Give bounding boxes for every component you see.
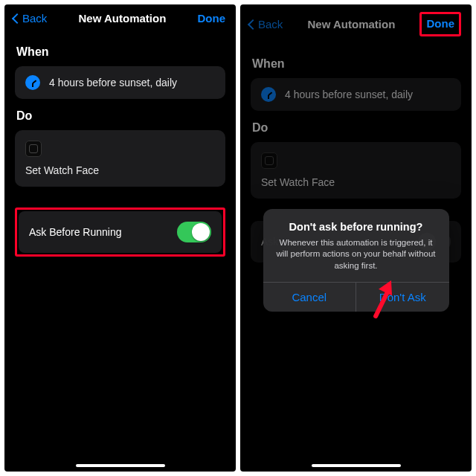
cancel-button[interactable]: Cancel [263,283,356,312]
dialog-message: Whenever this automation is triggered, i… [274,237,439,272]
when-text: 4 hours before sunset, daily [49,77,177,89]
when-card[interactable]: 4 hours before sunset, daily [15,66,225,99]
back-button[interactable]: Back [9,12,47,25]
screenshot-right: Back New Automation Done When 4 hours be… [240,4,472,472]
do-card[interactable]: Set Watch Face [15,130,225,187]
back-label: Back [22,12,47,25]
clock-icon [25,75,40,90]
chevron-left-icon [12,13,22,23]
highlight-ask-row: Ask Before Running [15,208,225,257]
dialog-title: Don't ask before running? [274,221,439,233]
page-title: New Automation [79,12,167,25]
ask-label: Ask Before Running [29,226,122,238]
dont-ask-button[interactable]: Don't Ask [356,283,449,312]
ask-toggle-on[interactable] [177,222,211,242]
dialog-scrim: Don't ask before running? Whenever this … [240,4,472,472]
ask-before-running-row: Ask Before Running [19,211,222,253]
dialog-body: Don't ask before running? Whenever this … [263,209,449,283]
dialog-buttons: Cancel Don't Ask [263,282,449,312]
watch-face-icon [25,141,42,157]
navbar: Back New Automation Done [4,4,236,30]
do-text: Set Watch Face [25,164,99,176]
home-indicator[interactable] [312,464,401,467]
screenshot-left: Back New Automation Done When 4 hours be… [4,4,236,472]
section-when: When [16,45,224,59]
content: When 4 hours before sunset, daily Do Set… [4,30,236,261]
done-button[interactable]: Done [197,12,225,25]
section-do: Do [16,109,224,123]
confirm-dialog: Don't ask before running? Whenever this … [263,209,449,312]
home-indicator[interactable] [76,464,165,467]
